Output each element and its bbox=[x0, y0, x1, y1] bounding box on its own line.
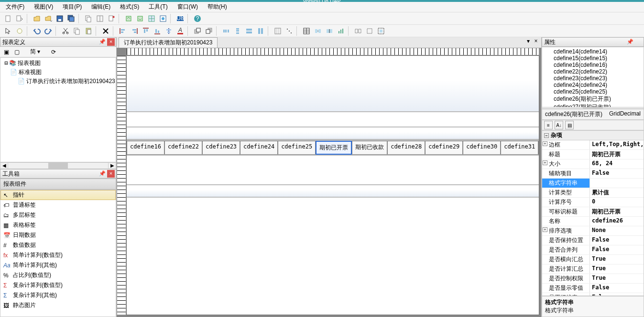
chart-icon[interactable] bbox=[336, 26, 346, 36]
band-detail-top[interactable] bbox=[127, 127, 539, 140]
pin-icon[interactable]: 📌 bbox=[626, 38, 634, 46]
split-icon[interactable] bbox=[324, 26, 335, 36]
same-height-icon[interactable] bbox=[255, 26, 266, 36]
col-cdefine24[interactable]: cdefine24 bbox=[240, 141, 278, 155]
cut-icon[interactable] bbox=[60, 26, 71, 36]
table-tool-icon[interactable] bbox=[301, 26, 312, 36]
band-header[interactable] bbox=[127, 60, 539, 112]
col-cdefine25[interactable]: cdefine25 bbox=[278, 141, 316, 155]
col-cdefine23[interactable]: cdefine23 bbox=[202, 141, 240, 155]
prop-row[interactable]: 是否计算汇总True bbox=[542, 264, 644, 274]
tb-calc-other[interactable]: Aa简单计算列(其他) bbox=[0, 260, 116, 270]
ptree-item[interactable]: cdefine15(cdefine15) bbox=[544, 55, 642, 62]
tb-ratio[interactable]: %占比列(数值型) bbox=[0, 270, 116, 280]
bring-front-icon[interactable] bbox=[192, 26, 203, 36]
copy-icon[interactable] bbox=[72, 26, 82, 36]
expand-icon[interactable]: ▣ bbox=[2, 48, 11, 56]
col-selected-invoice[interactable]: 期初已开票 bbox=[316, 141, 352, 155]
col-cdefine29[interactable]: cdefine29 bbox=[425, 141, 463, 155]
property-grid[interactable]: −杂项 +边框Left,Top,Right,标题期初已开票+大小68, 24辅助… bbox=[542, 130, 644, 296]
align-top-icon[interactable] bbox=[141, 26, 151, 36]
prop-category[interactable]: −杂项 bbox=[542, 131, 644, 140]
paste-icon[interactable] bbox=[83, 26, 94, 36]
tb-multilabel[interactable]: 🗂多层标签 bbox=[0, 210, 116, 220]
prop-row[interactable]: 是否控制权限True bbox=[542, 274, 644, 284]
col-cdefine16[interactable]: cdefine16 bbox=[127, 141, 164, 155]
collapse-icon[interactable]: ▢ bbox=[12, 48, 21, 56]
categorize-icon[interactable]: ≡ bbox=[544, 121, 553, 129]
col-cdefine30[interactable]: cdefine30 bbox=[463, 141, 501, 155]
menu-help[interactable]: 帮助(H) bbox=[205, 2, 230, 12]
tree-node-report[interactable]: 📄 订单执行统计表增加期初20190423 bbox=[1, 77, 115, 86]
new-icon[interactable] bbox=[3, 13, 13, 24]
tb-gridlabel[interactable]: ▦表格标签 bbox=[0, 220, 116, 230]
property-selection[interactable]: cdefine26(期初已开票) GridDecimal bbox=[542, 109, 644, 120]
ptree-item[interactable]: cdefine24(cdefine24) bbox=[544, 82, 642, 88]
import-icon[interactable] bbox=[135, 13, 145, 24]
menu-project[interactable]: 项目(P) bbox=[60, 2, 85, 12]
preview-icon[interactable] bbox=[158, 13, 168, 24]
prop-row[interactable]: 格式字符串 bbox=[542, 179, 644, 188]
report-tree[interactable]: ⊟📚 报表视图 📄 标准视图 📄 订单执行统计表增加期初20190423 bbox=[0, 57, 116, 162]
tree-hscroll[interactable]: ◀▶ bbox=[0, 162, 116, 169]
pin-icon[interactable]: 📌 bbox=[98, 38, 106, 46]
copy-doc-icon[interactable] bbox=[83, 13, 94, 24]
u8-icon[interactable]: U8 bbox=[175, 13, 186, 24]
menu-edit[interactable]: 编辑(E) bbox=[88, 2, 113, 12]
redo-icon[interactable] bbox=[43, 26, 54, 36]
prop-row[interactable]: 计算类型累计值 bbox=[542, 188, 644, 198]
open-icon[interactable] bbox=[32, 13, 42, 24]
help-icon[interactable]: ? bbox=[192, 13, 203, 24]
gridlines-icon[interactable] bbox=[273, 26, 283, 36]
col-cdefine22[interactable]: cdefine22 bbox=[164, 141, 202, 155]
merge-icon[interactable] bbox=[313, 26, 323, 36]
prop-row[interactable]: 标题期初已开票 bbox=[542, 150, 644, 159]
align-left-icon[interactable] bbox=[118, 26, 128, 36]
col-receipt[interactable]: 期初已收款 bbox=[352, 141, 387, 155]
prop-row[interactable]: +排序选项None bbox=[542, 226, 644, 236]
align-right-icon[interactable] bbox=[129, 26, 140, 36]
ptree-item[interactable]: cdefine27(期初已收款) bbox=[544, 103, 642, 107]
report-page[interactable]: cdefine16 cdefine22 cdefine23 cdefine24 … bbox=[126, 55, 539, 315]
new-dropdown-icon[interactable] bbox=[14, 13, 25, 24]
send-back-icon[interactable] bbox=[204, 26, 214, 36]
save-icon[interactable] bbox=[55, 13, 65, 24]
tb-complex-other[interactable]: Σ复杂计算列(其他) bbox=[0, 290, 116, 300]
propsheet-icon[interactable]: ▤ bbox=[565, 121, 574, 129]
band-footer[interactable] bbox=[127, 184, 539, 198]
doc-tab-active[interactable]: 订单执行统计表增加期初20190423 bbox=[119, 37, 218, 48]
col-cdefine32[interactable]: cdefine32 bbox=[538, 141, 539, 155]
menu-file[interactable]: 文件(F) bbox=[3, 2, 27, 12]
delete-doc-icon[interactable] bbox=[106, 13, 117, 24]
group-icon[interactable] bbox=[353, 26, 363, 36]
close-icon[interactable]: × bbox=[107, 170, 115, 178]
close-icon[interactable]: × bbox=[107, 38, 115, 46]
grid-icon[interactable] bbox=[146, 13, 157, 24]
menu-view[interactable]: 视图(V) bbox=[31, 2, 56, 12]
delete-x-icon[interactable] bbox=[100, 26, 111, 36]
alphasort-icon[interactable]: A↓ bbox=[555, 121, 563, 129]
tb-pointer[interactable]: ↖指针 bbox=[0, 190, 116, 200]
tb-number[interactable]: #数值数据 bbox=[0, 240, 116, 250]
ungroup-icon[interactable] bbox=[364, 26, 375, 36]
ptree-item[interactable]: cdefine25(cdefine25) bbox=[544, 88, 642, 95]
tb-calc-num[interactable]: fx简单计算列(数值型) bbox=[0, 250, 116, 260]
prop-row[interactable]: 是否合并列False bbox=[542, 245, 644, 255]
col-cdefine28[interactable]: cdefine28 bbox=[387, 141, 425, 155]
band-columns[interactable]: cdefine16 cdefine22 cdefine23 cdefine24 … bbox=[127, 140, 539, 156]
dist-h-icon[interactable] bbox=[221, 26, 231, 36]
prop-row[interactable]: +大小68, 24 bbox=[542, 159, 644, 169]
filter-icon[interactable]: 简 ▾ bbox=[28, 48, 43, 56]
layout-icon[interactable] bbox=[95, 13, 105, 24]
tb-complex-num[interactable]: Σ复杂计算列(数值型) bbox=[0, 280, 116, 290]
pointer-icon[interactable] bbox=[3, 26, 13, 36]
align-center-h-icon[interactable] bbox=[164, 26, 174, 36]
tree-root[interactable]: ⊟📚 报表视图 bbox=[1, 59, 115, 68]
font-color-icon[interactable]: A bbox=[175, 26, 186, 36]
hand-icon[interactable] bbox=[14, 26, 25, 36]
prop-row[interactable]: 辅助项目False bbox=[542, 169, 644, 179]
menu-window[interactable]: 窗口(W) bbox=[175, 2, 201, 12]
prop-row[interactable]: +边框Left,Top,Right, bbox=[542, 140, 644, 150]
snap-icon[interactable] bbox=[284, 26, 295, 36]
prop-row[interactable]: 是否保持位置False bbox=[542, 236, 644, 245]
